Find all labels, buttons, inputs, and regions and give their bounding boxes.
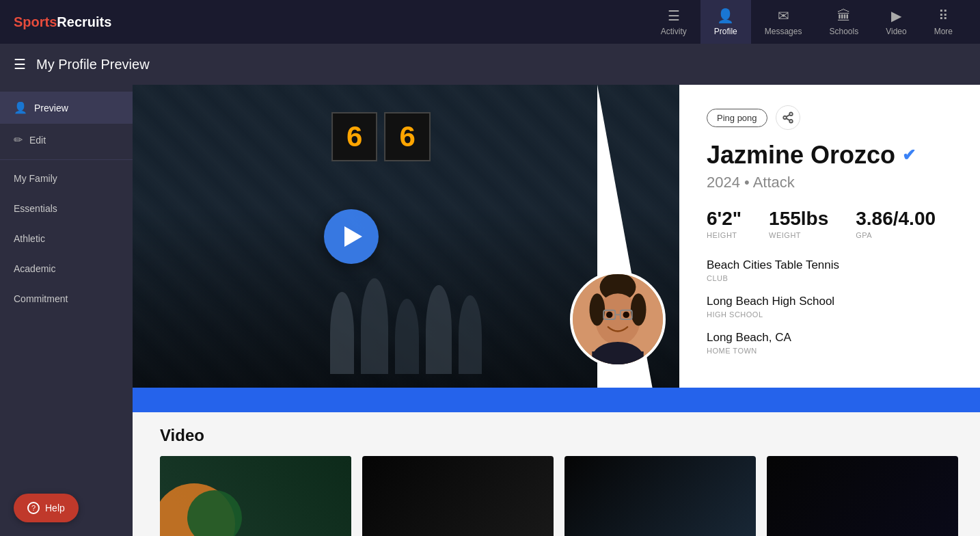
- page-title: My Profile Preview: [36, 57, 150, 72]
- nav-activity[interactable]: ☰ Activity: [647, 0, 700, 44]
- stat-weight: 155lbs WEIGHT: [769, 208, 828, 239]
- sidebar-item-commitment[interactable]: Commitment: [0, 284, 133, 314]
- high-school-name: Long Beach High School: [707, 295, 953, 308]
- video-icon: ▶: [891, 8, 901, 24]
- avatar-svg: [573, 271, 663, 367]
- bottom-section: Video: [133, 388, 980, 536]
- video-thumb-2[interactable]: [362, 456, 554, 536]
- silhouette-1: [330, 292, 354, 374]
- edit-icon: ✏: [14, 133, 23, 146]
- sidebar: 👤 Preview ✏ Edit My Family Essentials At…: [0, 85, 133, 536]
- user-icon: 👤: [14, 101, 27, 114]
- home-town-block: Long Beach, CA HOME TOWN: [707, 331, 953, 355]
- sidebar-athletic-label: Athletic: [14, 233, 45, 244]
- nav-video-label: Video: [886, 27, 906, 36]
- club-name: Beach Cities Table Tennis: [707, 258, 953, 272]
- svg-point-6: [606, 312, 612, 318]
- sidebar-divider: [0, 159, 133, 160]
- nav-video[interactable]: ▶ Video: [872, 0, 920, 44]
- sidebar-edit-label: Edit: [29, 135, 46, 146]
- nav-profile[interactable]: 👤 Profile: [700, 0, 751, 44]
- activity-icon: ☰: [668, 8, 680, 24]
- sidebar-item-preview[interactable]: 👤 Preview: [0, 92, 133, 124]
- sport-badge: Ping pong: [707, 109, 767, 127]
- sidebar-item-edit[interactable]: ✏ Edit: [0, 124, 133, 156]
- sidebar-item-my-family[interactable]: My Family: [0, 163, 133, 193]
- gpa-value: 3.86/4.00: [856, 208, 936, 230]
- play-button[interactable]: [324, 209, 379, 264]
- gpa-label: GPA: [856, 231, 936, 239]
- high-school-label: HIGH SCHOOL: [707, 310, 953, 319]
- nav-activity-label: Activity: [661, 27, 687, 36]
- sidebar-item-essentials[interactable]: Essentials: [0, 193, 133, 224]
- athlete-name: Jazmine Orozco: [707, 141, 895, 170]
- silhouette-4: [426, 285, 452, 374]
- nav-messages[interactable]: ✉ Messages: [751, 0, 816, 44]
- video-section: Video: [133, 412, 980, 536]
- separator: •: [744, 174, 753, 191]
- score-left: 6: [331, 112, 377, 161]
- more-icon: ⠿: [938, 8, 949, 24]
- svg-point-4: [590, 293, 605, 325]
- top-nav: Sports Recruits ☰ Activity 👤 Profile ✉ M…: [0, 0, 980, 44]
- messages-icon: ✉: [778, 8, 789, 24]
- position: Attack: [753, 174, 795, 191]
- share-icon: [782, 111, 794, 124]
- svg-point-5: [631, 293, 646, 325]
- nav-profile-label: Profile: [714, 27, 737, 36]
- nav-more[interactable]: ⠿ More: [921, 0, 966, 44]
- banner-inner: 6 6: [133, 85, 679, 388]
- logo-sports: Sports: [14, 14, 57, 30]
- share-button[interactable]: [776, 105, 800, 130]
- thumb2-bg: [362, 456, 554, 536]
- video-thumb-4[interactable]: [767, 456, 958, 536]
- video-thumbnails: [160, 456, 953, 536]
- video-thumb-3[interactable]: [564, 456, 756, 536]
- club-block: Beach Cities Table Tennis CLUB: [707, 258, 953, 282]
- svg-line-17: [786, 115, 789, 117]
- silhouette-3: [395, 299, 419, 374]
- nav-schools[interactable]: 🏛 Schools: [815, 0, 872, 44]
- content-area: 6 6: [133, 85, 980, 536]
- help-circle-icon: ?: [27, 502, 40, 514]
- thumb3-bg: [564, 456, 756, 536]
- silhouette-2: [361, 278, 388, 374]
- logo-recruits: Recruits: [57, 14, 111, 30]
- video-section-title: Video: [160, 426, 953, 445]
- thumb1-inner: [160, 456, 351, 536]
- profile-info-panel: Ping pong Jazmine Orozco ✔: [679, 85, 980, 388]
- height-label: HEIGHT: [707, 231, 741, 239]
- blue-bar: [133, 388, 980, 412]
- nav-items: ☰ Activity 👤 Profile ✉ Messages 🏛 School…: [647, 0, 966, 44]
- verified-icon: ✔: [902, 146, 916, 165]
- stat-gpa: 3.86/4.00 GPA: [856, 208, 936, 239]
- help-label: Help: [45, 502, 65, 513]
- sidebar-my-family-label: My Family: [14, 173, 57, 184]
- sidebar-item-athletic[interactable]: Athletic: [0, 224, 133, 254]
- sidebar-item-academic[interactable]: Academic: [0, 254, 133, 284]
- hamburger-icon[interactable]: ☰: [14, 56, 26, 72]
- stat-height: 6'2" HEIGHT: [707, 208, 741, 239]
- sidebar-commitment-label: Commitment: [14, 293, 68, 304]
- play-button-container[interactable]: [324, 209, 379, 264]
- play-triangle-icon: [344, 226, 362, 247]
- nav-schools-label: Schools: [829, 27, 858, 36]
- help-button[interactable]: ? Help: [14, 494, 79, 522]
- video-thumb-1[interactable]: [160, 456, 351, 536]
- main-layout: 👤 Preview ✏ Edit My Family Essentials At…: [0, 85, 980, 536]
- sport-badge-label: Ping pong: [717, 113, 757, 123]
- sidebar-preview-label: Preview: [34, 103, 68, 113]
- home-town-label: HOME TOWN: [707, 347, 953, 355]
- sidebar-essentials-label: Essentials: [14, 203, 57, 214]
- sidebar-academic-label: Academic: [14, 263, 55, 274]
- profile-icon: 👤: [717, 8, 734, 24]
- nav-more-label: More: [934, 27, 953, 36]
- profile-avatar: [570, 271, 666, 367]
- athlete-name-row: Jazmine Orozco ✔: [707, 141, 953, 170]
- sub-header: ☰ My Profile Preview: [0, 44, 980, 85]
- schools-icon: 🏛: [837, 8, 851, 24]
- club-label: CLUB: [707, 274, 953, 282]
- svg-point-13: [789, 113, 793, 116]
- svg-point-14: [783, 116, 787, 120]
- silhouette-5: [459, 295, 482, 374]
